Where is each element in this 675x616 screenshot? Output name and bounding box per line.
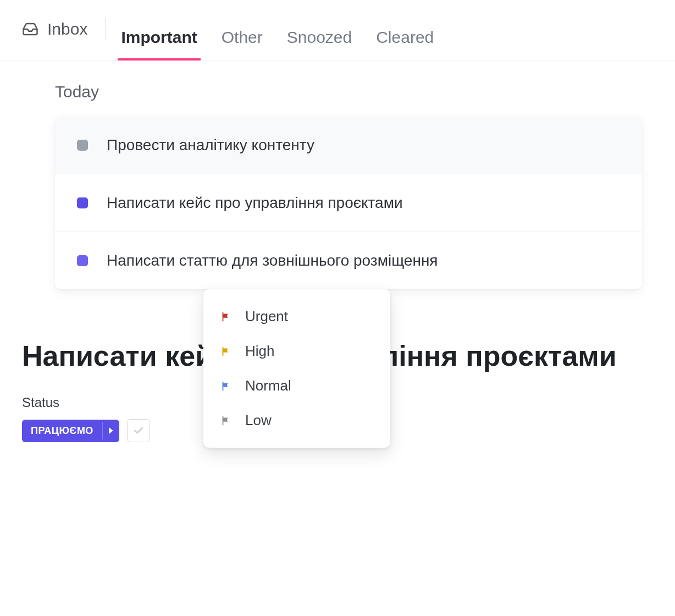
tab-label: Snoozed <box>287 28 352 46</box>
flag-icon <box>220 345 232 358</box>
status-value: ПРАЦЮЄМО <box>22 420 102 442</box>
check-icon <box>133 425 144 436</box>
task-row[interactable]: Написати кейс про управління проєктами <box>55 174 642 232</box>
inbox-label: Inbox <box>47 20 87 38</box>
flag-icon <box>220 415 232 427</box>
flag-icon <box>220 380 232 392</box>
priority-label: Normal <box>245 377 291 394</box>
task-title: Провести аналітику контенту <box>107 136 314 154</box>
priority-option-urgent[interactable]: Urgent <box>203 299 390 334</box>
tab-cleared[interactable]: Cleared <box>376 28 434 60</box>
priority-label: Urgent <box>245 308 288 325</box>
priority-option-high[interactable]: High <box>203 334 390 369</box>
status-bullet <box>77 197 88 208</box>
tab-label: Cleared <box>376 28 434 46</box>
tab-snoozed[interactable]: Snoozed <box>287 28 352 60</box>
status-field-label: Status <box>22 395 150 410</box>
task-list-card: Провести аналітику контенту Написати кей… <box>55 117 642 289</box>
tab-label: Other <box>222 28 263 46</box>
complete-check-button[interactable] <box>127 419 150 442</box>
priority-option-low[interactable]: Low <box>203 403 390 438</box>
status-bullet <box>77 140 88 151</box>
topbar: Inbox Important Other Snoozed Cleared <box>0 0 675 61</box>
priority-option-normal[interactable]: Normal <box>203 369 390 403</box>
status-row: ПРАЦЮЄМО <box>22 419 150 442</box>
tab-label: Important <box>121 28 197 46</box>
status-pill[interactable]: ПРАЦЮЄМО <box>22 420 119 442</box>
status-next-icon <box>102 422 119 439</box>
priority-label: High <box>245 343 274 360</box>
section-title: Today <box>55 82 642 101</box>
vertical-divider <box>105 18 106 40</box>
task-row[interactable]: Написати статтю для зовнішнього розміщен… <box>55 232 642 289</box>
inbox-tab[interactable]: Inbox <box>22 20 87 52</box>
tab-other[interactable]: Other <box>222 28 263 60</box>
flag-icon <box>220 311 232 323</box>
status-bullet <box>77 255 88 266</box>
tab-important[interactable]: Important <box>121 28 197 60</box>
task-title: Написати статтю для зовнішнього розміщен… <box>107 252 438 270</box>
task-detail: Написати кейс про управління проєктами S… <box>0 289 675 442</box>
today-section: Today Провести аналітику контенту Написа… <box>0 61 675 289</box>
priority-popover: Urgent High Normal Low <box>203 289 390 448</box>
task-title: Написати кейс про управління проєктами <box>107 194 403 212</box>
task-row[interactable]: Провести аналітику контенту <box>55 117 642 174</box>
inbox-icon <box>22 21 38 37</box>
priority-label: Low <box>245 412 272 429</box>
inbox-tabs: Important Other Snoozed Cleared <box>121 11 434 60</box>
field-status: Status ПРАЦЮЄМО <box>22 395 150 442</box>
